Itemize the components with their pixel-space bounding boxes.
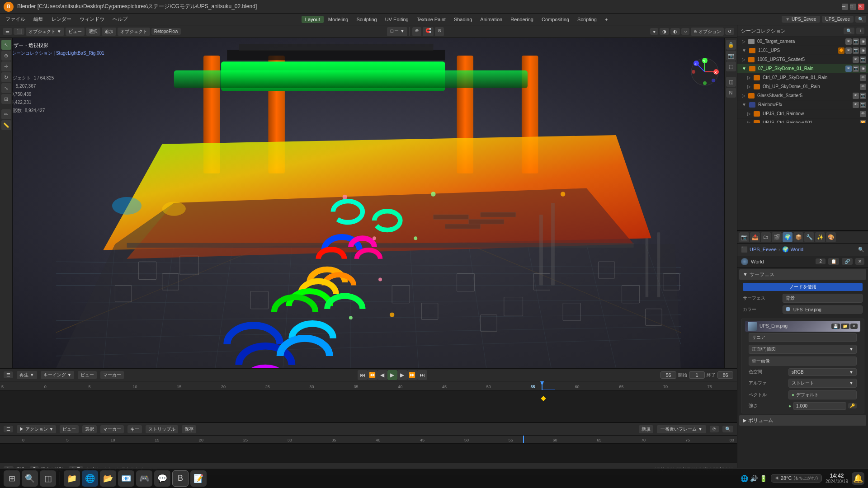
- use-nodes-btn[interactable]: ノードを使用: [743, 283, 863, 291]
- rendering-tab[interactable]: Rendering: [507, 16, 537, 23]
- img-folder-btn[interactable]: 📁: [841, 324, 849, 329]
- taskbar-app4[interactable]: 📝: [190, 470, 207, 487]
- window-controls[interactable]: ─ □ ✕: [842, 4, 864, 10]
- shading-tab[interactable]: Shading: [450, 16, 476, 23]
- sc-vis-07up[interactable]: 👁: [845, 66, 852, 72]
- close-btn[interactable]: ✕: [858, 4, 864, 10]
- strength-anim-btn[interactable]: 🔑: [848, 403, 857, 408]
- select-tool[interactable]: ↖: [1, 40, 11, 50]
- viewport-shading-rendered[interactable]: ◐: [670, 28, 680, 35]
- header-menu-btn[interactable]: ☰: [3, 28, 12, 35]
- sc-filter-btn[interactable]: 🔍: [844, 28, 854, 34]
- start-frame-input[interactable]: 1: [689, 371, 705, 379]
- scale-tool[interactable]: ⤡: [1, 83, 11, 93]
- sc-item-1101[interactable]: ▼ 1101_UPS 🔶 👁 📷 ◉: [737, 46, 868, 55]
- nla-filter-dropdown[interactable]: 一番近いフレーム ▼: [657, 425, 706, 433]
- select-menu[interactable]: 選択: [86, 28, 100, 36]
- texture-paint-tab[interactable]: Texture Paint: [413, 16, 449, 23]
- add-workspace-tab[interactable]: +: [601, 16, 611, 23]
- minimize-btn[interactable]: ─: [842, 4, 848, 10]
- overlays-btn[interactable]: ⊕ オプション: [691, 28, 724, 36]
- modeling-tab[interactable]: Modeling: [325, 16, 352, 23]
- sc-item-rainbow[interactable]: ▼ RainbowEfx 👁 📷: [737, 100, 868, 109]
- rotate-tool[interactable]: ↻: [1, 72, 11, 82]
- proportional-edit[interactable]: ⊙: [435, 27, 444, 36]
- mapping-3[interactable]: 単一画像: [749, 357, 857, 366]
- surface-value[interactable]: 背景: [783, 294, 863, 303]
- colorspace-dropdown[interactable]: sRGB ▼: [788, 368, 857, 376]
- sc-vis-1101[interactable]: 👁: [845, 47, 852, 54]
- scripting-tab[interactable]: Scripting: [574, 16, 600, 23]
- object-menu[interactable]: オブジェクト: [118, 28, 150, 36]
- weather-widget[interactable]: ☀ 28°C (もち上がれ!): [771, 474, 822, 483]
- prev-keyframe-btn[interactable]: ⏪: [368, 370, 377, 380]
- annotate-tool[interactable]: ✏: [1, 109, 11, 119]
- next-keyframe-btn[interactable]: ⏩: [407, 370, 417, 380]
- 3d-viewport[interactable]: ↖ ⊕ ✛ ↻ ⤡ ⊞ ✏ 📏 🔒 📷 ⬚ ◫ N: [0, 38, 737, 368]
- play-btn[interactable]: ▶: [387, 370, 397, 380]
- nla-new-btn[interactable]: 新規: [639, 425, 653, 433]
- nla-strip-btn[interactable]: ストリップル: [146, 425, 178, 433]
- img-save-btn[interactable]: 💾: [831, 324, 840, 329]
- taskbar-explorer[interactable]: 📁: [64, 470, 80, 487]
- taskbar-mail[interactable]: 📧: [118, 470, 134, 487]
- sc-item-ctrl-07up[interactable]: ▷ Ctrl_07_UP_SkyDome_01_Rain 👁: [737, 73, 868, 82]
- sc-item-07up[interactable]: ▼ 07_UP_SkyDome_01_Rain 👁 📷 ◉: [737, 64, 868, 73]
- end-frame-input[interactable]: 86: [717, 371, 733, 379]
- vector-field[interactable]: ● デフォルト: [788, 390, 857, 399]
- img-x-btn[interactable]: ✕: [850, 324, 858, 329]
- timeline-header-btn[interactable]: ☰: [4, 371, 13, 378]
- sc-item-glass[interactable]: ▷ GlassShards_Scatter5 👁 📷: [737, 91, 868, 100]
- sc-item-obj-07up[interactable]: ▷ Obj_UP_SkyDome_01_Rain 👁: [737, 82, 868, 91]
- playback-label[interactable]: 再生 ▼: [17, 371, 37, 379]
- menu-edit[interactable]: 編集: [30, 15, 47, 23]
- prop-render-btn[interactable]: 📷: [739, 232, 749, 242]
- taskbar-app2[interactable]: 💬: [154, 470, 170, 487]
- sc-item-ctrl-rainbow-001[interactable]: ▷ UPJS_Ctrl_Rainbow.001 🔀: [737, 118, 868, 123]
- taskbar-edge[interactable]: 🌐: [82, 470, 98, 487]
- prop-particles-btn[interactable]: ✨: [815, 232, 825, 242]
- sc-r-07up[interactable]: 📷: [853, 66, 859, 72]
- sc-e-1101[interactable]: ◉: [860, 47, 866, 54]
- taskbar-app1[interactable]: 🎮: [136, 470, 152, 487]
- viewport-shading-material[interactable]: ◑: [660, 28, 669, 35]
- keying-btn[interactable]: キーイング ▼: [41, 371, 75, 379]
- viewport-icon-btn[interactable]: ⬛: [14, 28, 24, 35]
- transform-tool[interactable]: ⊞: [1, 94, 11, 104]
- maximize-btn[interactable]: □: [850, 4, 856, 10]
- next-frame-btn[interactable]: ▶: [397, 370, 407, 380]
- taskbar-app3[interactable]: B: [172, 470, 189, 487]
- breadcrumb-world[interactable]: 🌍 World: [782, 246, 804, 253]
- transform-mode[interactable]: ロー ▼: [387, 27, 407, 36]
- compositing-tab[interactable]: Compositing: [538, 16, 573, 23]
- prop-scene-btn[interactable]: 🎬: [772, 232, 782, 242]
- sc-item-ctrl-rainbow[interactable]: ▷ UPJS_Ctrl_Rainbow 👁: [737, 109, 868, 118]
- sc-r-1005[interactable]: 📷: [860, 56, 866, 63]
- layout-tab[interactable]: Layout: [302, 16, 324, 23]
- world-unlink-btn[interactable]: ✕: [855, 258, 864, 265]
- jump-start-btn[interactable]: ⏮: [358, 370, 368, 380]
- mapping-1[interactable]: リニア: [749, 333, 857, 342]
- surface-header[interactable]: ▼ サーフェス: [739, 269, 866, 280]
- prop-nav-zoom[interactable]: 🔍: [858, 247, 864, 253]
- sc-new-btn[interactable]: +: [856, 28, 864, 34]
- volume-header[interactable]: ▶ ボリューム: [739, 415, 866, 426]
- clock-display[interactable]: 14:42 2024/10/19: [826, 473, 848, 484]
- viewport-shading-solid[interactable]: ●: [650, 28, 658, 35]
- sc-vis-1005[interactable]: 👁: [853, 56, 859, 63]
- global-search-btn[interactable]: 🔍: [855, 16, 866, 23]
- sc-render-icon[interactable]: 📷: [853, 38, 859, 45]
- nla-header-btn[interactable]: ☰: [4, 426, 13, 432]
- timeline-markers-btn[interactable]: マーカー: [100, 371, 124, 379]
- cursor-tool[interactable]: ⊕: [1, 51, 11, 61]
- notification-btn[interactable]: 🔔: [852, 472, 864, 485]
- world-browse-btn[interactable]: 🔗: [842, 258, 853, 265]
- gizmo-svg[interactable]: X Y Z: [689, 56, 721, 88]
- nla-markers-btn[interactable]: マーカー: [100, 425, 124, 433]
- nla-filter-btn[interactable]: 🔍: [722, 426, 733, 432]
- nla-action-label[interactable]: ▶ アクション ▼: [17, 425, 56, 433]
- sc-icon-1101[interactable]: 🔶: [838, 47, 844, 54]
- prop-output-btn[interactable]: 📤: [750, 232, 760, 242]
- nla-content[interactable]: 0 5 10 15 20 25 30 35 40 45 50 55 60 65: [0, 436, 737, 463]
- timeline-view-btn[interactable]: ビュー: [78, 371, 97, 379]
